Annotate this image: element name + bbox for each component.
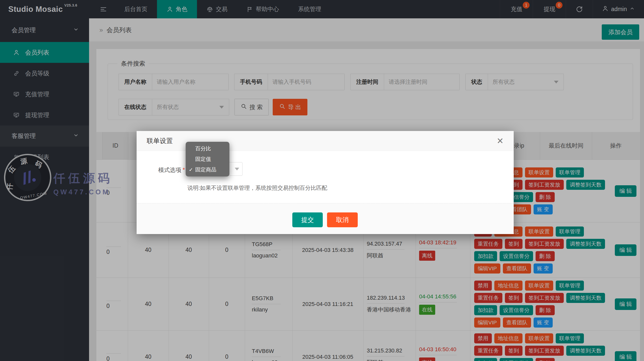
required-asterisk: * [183, 167, 185, 173]
dropdown-option-固定商品[interactable]: ✓固定商品 [186, 164, 229, 175]
dropdown-option-百分比[interactable]: 百分比 [186, 143, 229, 154]
dropdown-option-固定值[interactable]: 固定值 [186, 154, 229, 164]
mode-option-label: 模式选项* [158, 166, 185, 174]
modal-footer: 提交 取消 [137, 203, 514, 234]
modal-note: 说明:如果不设置联单管理，系统按照交易控制百分比匹配 [187, 184, 327, 192]
modal-title: 联单设置 [147, 137, 173, 145]
cancel-button[interactable]: 取消 [327, 212, 358, 227]
option-label: 固定值 [195, 156, 211, 163]
app-window: Studio Mosaic V25.3.6 后台首页角色交易帮助中心系统管理 充… [0, 0, 644, 361]
close-icon[interactable]: ✕ [497, 137, 504, 145]
select-dropdown-popup: 百分比固定值✓固定商品 [186, 142, 229, 176]
submit-button[interactable]: 提交 [292, 212, 323, 227]
option-label: 百分比 [195, 145, 211, 152]
checkmark-icon: ✓ [188, 167, 194, 173]
select-caret-icon [235, 168, 239, 170]
option-label: 固定商品 [195, 166, 216, 173]
